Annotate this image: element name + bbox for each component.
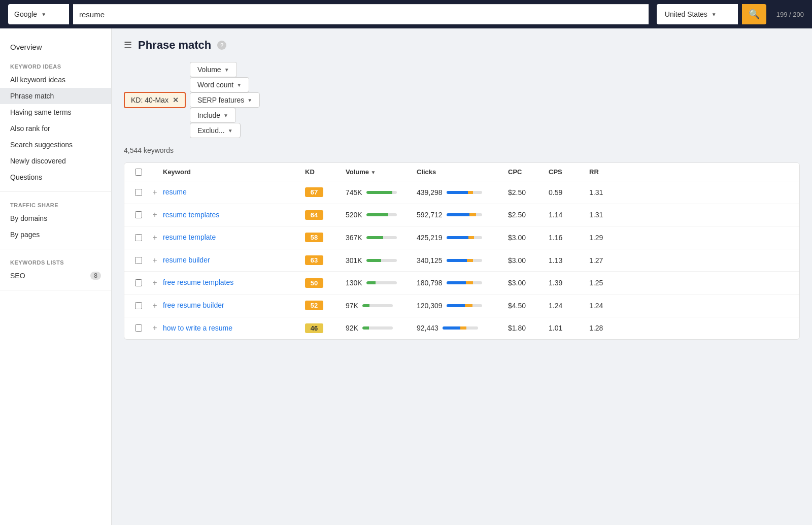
kd-badge: 67 (305, 187, 323, 197)
row-kd: 63 (305, 255, 346, 265)
table-row: +how to write a resume4692K92,443$1.801.… (124, 317, 799, 340)
header-cpc: CPC (508, 168, 549, 176)
click-bar-blue (447, 281, 466, 284)
country-chevron-icon: ▼ (712, 12, 717, 17)
row-check-cell (130, 189, 147, 196)
sidebar-item-by-domains[interactable]: By domains (0, 210, 111, 226)
kd-filter-close[interactable]: ✕ (173, 96, 179, 104)
clicks-bar (447, 259, 482, 262)
row-volume: 520K (346, 211, 417, 219)
row-volume: 97K (346, 302, 417, 310)
clicks-bar (447, 236, 482, 239)
header-check (130, 169, 147, 176)
engine-select[interactable]: Google ▼ (8, 4, 69, 24)
row-add-button[interactable]: + (147, 278, 163, 287)
row-add-button[interactable]: + (147, 188, 163, 197)
row-add-button[interactable]: + (147, 233, 163, 242)
serp-features-filter-button[interactable]: SERP features▼ (190, 92, 260, 108)
country-select[interactable]: United States ▼ (657, 4, 738, 24)
clicks-bar (447, 281, 482, 284)
row-keyword[interactable]: free resume templates (163, 278, 305, 288)
search-button[interactable]: 🔍 (742, 4, 766, 24)
row-checkbox[interactable] (135, 257, 142, 264)
volume-bar-fill (366, 259, 381, 262)
hamburger-icon[interactable]: ☰ (124, 40, 132, 51)
clicks-value: 425,219 (417, 234, 443, 242)
main-content: ☰ Phrase match ? KD: 40-Max ✕ Volume▼Wor… (112, 28, 812, 525)
volume-bar-fill (362, 304, 369, 307)
row-keyword[interactable]: resume builder (163, 255, 305, 266)
row-checkbox[interactable] (135, 302, 142, 309)
sidebar-item-seo[interactable]: SEO8 (0, 268, 111, 284)
select-all-checkbox[interactable] (135, 169, 142, 176)
sidebar-item-having-same-terms[interactable]: Having same terms (0, 104, 111, 120)
volume-bar (366, 213, 397, 216)
row-clicks: 592,712 (417, 211, 508, 219)
row-add-button[interactable]: + (147, 256, 163, 265)
include-filter-chevron-icon: ▼ (223, 113, 228, 118)
row-checkbox[interactable] (135, 189, 142, 196)
search-input[interactable] (73, 5, 649, 24)
click-bar-orange (469, 213, 476, 216)
row-rr: 1.27 (589, 256, 620, 265)
volume-bar (366, 236, 397, 239)
include-filter-button[interactable]: Include▼ (190, 108, 236, 123)
row-keyword[interactable]: resume (163, 187, 305, 198)
volume-bar-fill (366, 236, 383, 239)
help-icon[interactable]: ? (217, 41, 226, 50)
row-keyword[interactable]: resume template (163, 233, 305, 243)
row-keyword[interactable]: free resume builder (163, 301, 305, 311)
sidebar-item-by-pages[interactable]: By pages (0, 226, 111, 243)
sidebar-item-overview[interactable]: Overview (0, 39, 111, 59)
sidebar-item-questions[interactable]: Questions (0, 169, 111, 185)
click-bar-blue (447, 259, 467, 262)
row-cps: 1.16 (549, 234, 589, 242)
row-keyword[interactable]: resume templates (163, 210, 305, 220)
sidebar-sections: KEYWORD IDEASAll keyword ideasPhrase mat… (0, 59, 111, 290)
volume-filter-button[interactable]: Volume▼ (190, 62, 237, 77)
row-rr: 1.29 (589, 234, 620, 242)
click-bar-blue (447, 236, 468, 239)
row-add-button[interactable]: + (147, 301, 163, 310)
kd-badge: 64 (305, 210, 323, 220)
click-bar-blue (443, 326, 460, 330)
volume-sort-icon: ▼ (371, 170, 376, 175)
row-checkbox[interactable] (135, 211, 142, 218)
volume-value: 92K (346, 324, 358, 332)
click-bar-orange (468, 236, 474, 239)
kd-badge: 63 (305, 255, 323, 265)
sidebar-item-newly-discovered[interactable]: Newly discovered (0, 153, 111, 169)
row-check-cell (130, 324, 147, 332)
exclude-filter-button[interactable]: Exclud...▼ (190, 123, 241, 138)
clicks-value: 180,798 (417, 279, 443, 287)
search-input-wrap (73, 4, 649, 24)
top-bar: Google ▼ United States ▼ 🔍 199 / 200 (0, 0, 812, 28)
row-keyword[interactable]: how to write a resume (163, 323, 305, 334)
volume-filter-chevron-icon: ▼ (224, 67, 229, 73)
table-row: +resume templates64520K592,712$2.501.141… (124, 204, 799, 227)
sidebar-item-search-suggestions[interactable]: Search suggestions (0, 137, 111, 153)
serp-features-filter-chevron-icon: ▼ (247, 97, 252, 103)
sidebar-item-label: Questions (10, 173, 42, 181)
row-clicks: 92,443 (417, 324, 508, 332)
row-cpc: $1.80 (508, 324, 549, 332)
row-checkbox[interactable] (135, 279, 142, 286)
sidebar-section-title: KEYWORDS LISTS (0, 255, 111, 268)
word-count-filter-button[interactable]: Word count▼ (190, 77, 249, 92)
engine-chevron-icon: ▼ (41, 12, 46, 17)
sidebar-item-label: Newly discovered (10, 157, 66, 165)
row-checkbox[interactable] (135, 324, 142, 332)
row-cps: 1.24 (549, 302, 589, 310)
header-volume[interactable]: Volume ▼ (346, 168, 417, 176)
row-cps: 0.59 (549, 188, 589, 196)
volume-bar-fill (366, 281, 376, 284)
clicks-bar (447, 191, 482, 194)
sidebar-item-all-keyword-ideas[interactable]: All keyword ideas (0, 72, 111, 88)
sidebar-item-label: Also rank for (10, 124, 50, 133)
sidebar-item-also-rank-for[interactable]: Also rank for (0, 120, 111, 137)
sidebar-item-phrase-match[interactable]: Phrase match (0, 88, 111, 104)
sidebar-divider (0, 191, 111, 192)
row-checkbox[interactable] (135, 234, 142, 241)
row-add-button[interactable]: + (147, 210, 163, 219)
row-add-button[interactable]: + (147, 323, 163, 333)
